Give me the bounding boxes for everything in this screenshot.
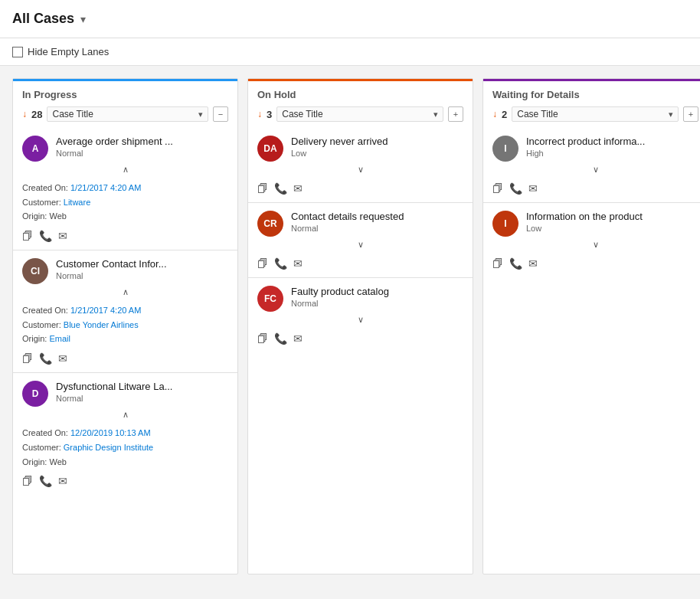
- hide-empty-lanes-label[interactable]: Hide Empty Lanes: [12, 46, 109, 57]
- card: DA Delivery never arrived Low ∨ 🗍 📞 ✉: [248, 128, 473, 202]
- card-created-on: Created On: 1/21/2017 4:20 AM: [22, 303, 228, 318]
- phone-icon[interactable]: 📞: [39, 352, 52, 365]
- card-actions: 🗍 📞 ✉: [22, 230, 228, 242]
- card-info: Average order shipment ... Normal: [56, 136, 228, 158]
- card-expand-btn[interactable]: ∨: [257, 162, 463, 176]
- copy-icon[interactable]: 🗍: [22, 352, 33, 365]
- card-customer-link[interactable]: Blue Yonder Airlines: [64, 320, 139, 329]
- phone-icon[interactable]: 📞: [274, 182, 287, 195]
- card-actions: 🗍 📞 ✉: [257, 182, 463, 195]
- header-chevron-icon[interactable]: ▾: [80, 13, 86, 25]
- card-top: A Average order shipment ... Normal: [22, 136, 228, 162]
- sort-chevron-icon: ▾: [669, 110, 673, 119]
- email-icon[interactable]: ✉: [528, 257, 538, 270]
- card-top: D Dysfunctional Litware La... Normal: [22, 381, 228, 407]
- card-actions: 🗍 📞 ✉: [257, 257, 463, 270]
- card-title: Incorrect product informa...: [526, 136, 698, 147]
- sort-field-selector[interactable]: Case Title ▾: [276, 106, 443, 122]
- card-avatar: CI: [22, 258, 48, 284]
- copy-icon[interactable]: 🗍: [257, 332, 268, 345]
- lane-collapse-btn[interactable]: −: [213, 106, 228, 122]
- email-icon[interactable]: ✉: [58, 475, 67, 487]
- lane-title: Waiting for Details: [492, 89, 580, 100]
- page-header: All Cases ▾: [0, 0, 700, 38]
- hide-empty-lanes-checkbox[interactable]: [12, 47, 23, 57]
- card-top: I Incorrect product informa... High: [492, 136, 698, 162]
- email-icon[interactable]: ✉: [528, 182, 538, 195]
- card-priority: Normal: [56, 271, 228, 280]
- card-expand-btn[interactable]: ∨: [492, 237, 698, 251]
- email-icon[interactable]: ✉: [293, 257, 303, 270]
- sort-field-selector[interactable]: Case Title ▾: [47, 106, 208, 122]
- phone-icon[interactable]: 📞: [274, 332, 287, 345]
- sort-field-label: Case Title: [282, 109, 322, 119]
- copy-icon[interactable]: 🗍: [22, 475, 33, 487]
- lane-body: A Average order shipment ... Normal ∧ Cr…: [13, 128, 237, 574]
- card-origin: Origin: Email: [22, 332, 228, 346]
- sort-arrow-icon: ↓: [492, 109, 497, 119]
- phone-icon[interactable]: 📞: [509, 257, 522, 270]
- card-priority: High: [526, 149, 698, 158]
- card-avatar: I: [492, 136, 518, 162]
- card-expand-btn[interactable]: ∧: [22, 407, 228, 421]
- card-customer-link[interactable]: Litware: [64, 198, 90, 207]
- card-title: Faulty product catalog: [291, 286, 463, 297]
- card-info: Incorrect product informa... High: [526, 136, 698, 158]
- card-expand-btn[interactable]: ∨: [257, 312, 463, 326]
- card-expand-btn[interactable]: ∨: [257, 237, 463, 251]
- card-top: DA Delivery never arrived Low: [257, 136, 463, 162]
- lane-on-hold: On Hold ↓ 3 Case Title ▾ + DA Delivery n…: [247, 78, 473, 574]
- card-actions: 🗍 📞 ✉: [492, 182, 698, 195]
- card-avatar: D: [22, 381, 48, 407]
- card-title: Contact details requested: [291, 211, 463, 222]
- lane-header: Waiting for Details ↓ 2 Case Title ▾ +: [483, 79, 700, 128]
- copy-icon[interactable]: 🗍: [257, 182, 268, 195]
- card-expand-btn[interactable]: ∨: [492, 162, 698, 176]
- copy-icon[interactable]: 🗍: [257, 257, 268, 270]
- phone-icon[interactable]: 📞: [39, 230, 52, 242]
- card-priority: Low: [291, 149, 463, 158]
- phone-icon[interactable]: 📞: [509, 182, 522, 195]
- card-info: Faulty product catalog Normal: [291, 286, 463, 308]
- email-icon[interactable]: ✉: [58, 352, 67, 365]
- card-expand-btn[interactable]: ∧: [22, 162, 228, 176]
- card-details: Created On: 12/20/2019 10:13 AM Customer…: [22, 426, 228, 469]
- sort-field-label: Case Title: [52, 109, 93, 119]
- card-title: Delivery never arrived: [291, 136, 463, 147]
- card-origin: Origin: Web: [22, 455, 228, 470]
- lane-in-progress: In Progress ↓ 28 Case Title ▾ − A Averag…: [12, 78, 238, 574]
- card-title: Customer Contact Infor...: [56, 258, 228, 270]
- card-created-on: Created On: 1/21/2017 4:20 AM: [22, 181, 228, 195]
- phone-icon[interactable]: 📞: [39, 475, 52, 487]
- sort-field-selector[interactable]: Case Title ▾: [512, 106, 679, 122]
- copy-icon[interactable]: 🗍: [22, 230, 33, 242]
- card-info: Delivery never arrived Low: [291, 136, 463, 158]
- card-customer-link[interactable]: Graphic Design Institute: [64, 443, 153, 452]
- sort-field-label: Case Title: [517, 109, 558, 119]
- card-title: Dysfunctional Litware La...: [56, 381, 228, 392]
- phone-icon[interactable]: 📞: [274, 257, 287, 270]
- hide-empty-lanes-text: Hide Empty Lanes: [28, 46, 109, 57]
- card: A Average order shipment ... Normal ∧ Cr…: [13, 128, 237, 250]
- lane-count: 2: [502, 109, 507, 120]
- card-top: CR Contact details requested Normal: [257, 211, 463, 237]
- email-icon[interactable]: ✉: [293, 332, 303, 345]
- copy-icon[interactable]: 🗍: [492, 182, 503, 195]
- lane-title: On Hold: [257, 89, 296, 100]
- toolbar: Hide Empty Lanes: [0, 38, 700, 66]
- card: I Information on the product Low ∨ 🗍 📞 ✉: [483, 202, 700, 277]
- card-origin-value[interactable]: Email: [49, 334, 70, 343]
- card-actions: 🗍 📞 ✉: [257, 332, 463, 345]
- lane-add-btn[interactable]: +: [683, 106, 698, 122]
- card-avatar: CR: [257, 211, 283, 237]
- email-icon[interactable]: ✉: [293, 182, 303, 195]
- copy-icon[interactable]: 🗍: [492, 257, 503, 270]
- card-expand-btn[interactable]: ∧: [22, 284, 228, 299]
- sort-chevron-icon: ▾: [198, 110, 203, 119]
- card-customer: Customer: Blue Yonder Airlines: [22, 318, 228, 332]
- card: CR Contact details requested Normal ∨ 🗍 …: [248, 202, 473, 277]
- card-info: Information on the product Low: [526, 211, 698, 233]
- lane-add-btn[interactable]: +: [448, 106, 463, 122]
- email-icon[interactable]: ✉: [58, 230, 67, 242]
- card-top: FC Faulty product catalog Normal: [257, 286, 463, 312]
